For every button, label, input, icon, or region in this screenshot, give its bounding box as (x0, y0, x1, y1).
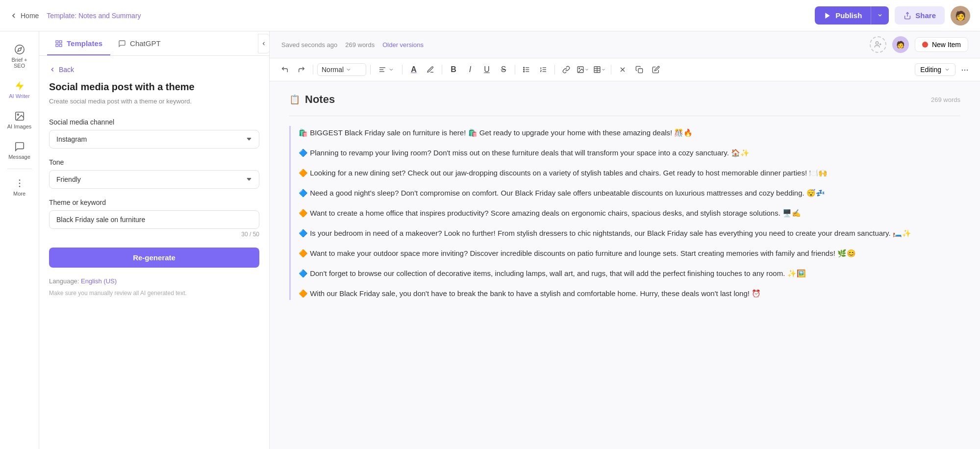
svg-point-8 (19, 186, 20, 187)
content-bullet-5: 🔶 Want to make your outdoor space more i… (299, 247, 960, 260)
tab-chatgpt-label: ChatGPT (130, 39, 161, 48)
disclaimer-text: Make sure you manually review all AI gen… (49, 289, 259, 298)
sidebar-item-brief-seo[interactable]: Brief + SEO (2, 39, 37, 74)
bullet-list-icon (523, 66, 530, 74)
keyword-input[interactable] (49, 210, 259, 229)
meta-bar-right: 🧑 New Item (870, 36, 968, 53)
table-button[interactable] (592, 62, 607, 77)
edit-inline-button[interactable] (649, 62, 663, 77)
italic-button[interactable]: I (463, 62, 477, 77)
collaborator-avatar[interactable]: 🧑 (892, 36, 909, 53)
back-label: Back (59, 66, 74, 74)
chevron-down-align-icon (388, 67, 394, 73)
highlight-button[interactable] (423, 62, 438, 77)
toolbar-separator-5 (515, 65, 515, 75)
saved-status: Saved seconds ago (281, 41, 337, 49)
toolbar-separator-3 (402, 65, 402, 75)
image-button[interactable] (576, 62, 590, 77)
text-style-select[interactable]: Normal (317, 63, 366, 76)
chevron-down-icon (877, 12, 883, 18)
add-collaborator-button[interactable] (870, 36, 886, 53)
image-icon (14, 111, 25, 122)
chevron-down-image-icon (584, 67, 589, 72)
char-count: 30 / 50 (49, 231, 259, 238)
content-bullet-3: 🔶 Want to create a home office that insp… (299, 206, 960, 220)
svg-point-29 (579, 68, 580, 69)
publish-label: Publish (835, 11, 862, 20)
editor-toolbar: Normal A B (270, 58, 980, 81)
editing-mode-selector[interactable]: Editing (915, 63, 955, 76)
highlight-icon (427, 66, 434, 74)
panel-collapse-button[interactable] (258, 34, 270, 53)
sidebar-item-message[interactable]: Message (2, 136, 37, 165)
svg-point-22 (524, 67, 525, 68)
chevron-left-panel-icon (261, 41, 267, 47)
content-accent-block: 🛍️ BIGGEST Black Friday sale on furnitur… (289, 126, 960, 300)
sidebar-item-label: Brief + SEO (6, 57, 33, 69)
toolbar-separator-2 (370, 65, 371, 75)
svg-marker-2 (18, 48, 22, 51)
toolbar-separator-7 (611, 65, 611, 75)
strikethrough-button[interactable]: S (496, 62, 511, 77)
editor-content[interactable]: 📋 Notes 269 words 🛍️ BIGGEST Black Frida… (270, 81, 980, 449)
text-color-button[interactable]: A (406, 62, 421, 77)
sidebar-item-ai-writer[interactable]: AI Writer (2, 75, 37, 104)
sidebar-item-ai-images[interactable]: AI Images (2, 106, 37, 134)
channel-select[interactable]: Instagram Facebook Twitter LinkedIn TikT… (49, 130, 259, 149)
toolbar-more-button[interactable]: ··· (957, 62, 972, 77)
share-icon (904, 12, 911, 20)
toolbar-separator-4 (442, 65, 442, 75)
new-item-button[interactable]: New Item (915, 37, 968, 52)
new-item-label: New Item (932, 41, 961, 49)
regenerate-button[interactable]: Re-generate (49, 248, 259, 268)
link-button[interactable] (559, 62, 574, 77)
tab-templates[interactable]: Templates (47, 31, 110, 55)
editor-meta-bar: Saved seconds ago 269 words Older versio… (270, 31, 980, 58)
svg-rect-11 (56, 44, 58, 47)
content-bullet-0: 🔷 Planning to revamp your living room? D… (299, 146, 960, 159)
content-body[interactable]: 🛍️ BIGGEST Black Friday sale on furnitur… (299, 126, 960, 300)
toolbar-separator (313, 65, 313, 75)
publish-button[interactable]: Publish (815, 6, 889, 25)
channel-field-group: Social media channel Instagram Facebook … (49, 118, 259, 149)
doc-title: Notes (305, 93, 335, 106)
share-button[interactable]: Share (895, 6, 945, 25)
numbered-list-button[interactable] (536, 62, 551, 77)
regenerate-label: Re-generate (133, 253, 176, 262)
template-title: Social media post with a theme (49, 81, 259, 93)
compass-icon (14, 44, 25, 55)
editor-area: Saved seconds ago 269 words Older versio… (270, 31, 980, 449)
svg-point-23 (524, 69, 525, 70)
svg-rect-12 (59, 44, 62, 47)
doc-icon: 📋 (289, 94, 300, 105)
clear-format-button[interactable] (615, 62, 630, 77)
home-button[interactable]: Home (10, 12, 39, 20)
redo-button[interactable] (294, 62, 309, 77)
content-bullet-2: 🔷 Need a good night's sleep? Don't compr… (299, 186, 960, 200)
sidebar-item-label: Message (8, 154, 30, 160)
underline-button[interactable]: U (479, 62, 494, 77)
bold-button[interactable]: B (446, 62, 461, 77)
svg-rect-9 (56, 41, 58, 43)
text-align-select[interactable] (375, 64, 398, 75)
content-headline: 🛍️ BIGGEST Black Friday sale on furnitur… (299, 126, 960, 139)
bullet-list-button[interactable] (519, 62, 534, 77)
content-bullet-4: 🔷 Is your bedroom in need of a makeover?… (299, 226, 960, 240)
svg-point-7 (19, 183, 20, 184)
lightning-icon (14, 80, 25, 91)
panel-body: Back Social media post with a theme Crea… (39, 56, 269, 449)
sidebar-item-more[interactable]: More (2, 173, 37, 201)
tab-chatgpt[interactable]: ChatGPT (110, 31, 169, 55)
language-link[interactable]: English (US) (81, 277, 117, 285)
editing-mode-label: Editing (920, 66, 941, 74)
back-button[interactable]: Back (49, 66, 259, 74)
user-avatar[interactable]: 🧑 (951, 6, 970, 25)
keyword-field-group: Theme or keyword 30 / 50 (49, 199, 259, 238)
toolbar-separator-6 (554, 65, 555, 75)
older-versions-link[interactable]: Older versions (382, 41, 424, 49)
tone-select[interactable]: Friendly Professional Casual Formal Humo… (49, 170, 259, 189)
chevron-down-editing-icon (944, 67, 950, 73)
undo-button[interactable] (277, 62, 292, 77)
copy-button[interactable] (632, 62, 647, 77)
undo-icon (281, 66, 289, 74)
